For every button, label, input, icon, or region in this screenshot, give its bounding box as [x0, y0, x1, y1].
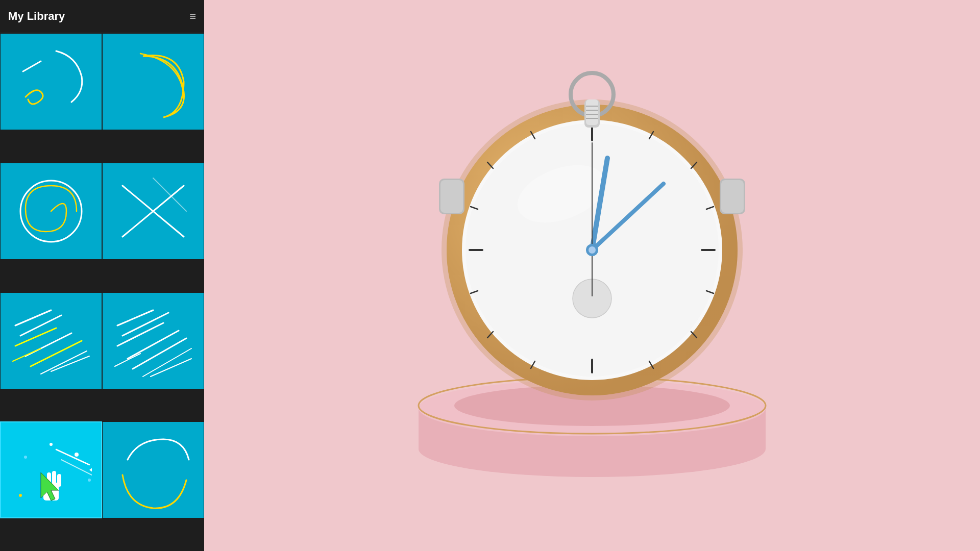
library-item-3[interactable]	[0, 163, 102, 260]
svg-point-24	[19, 494, 22, 497]
library-item-1[interactable]	[0, 33, 102, 130]
sidebar-title: My Library	[8, 10, 65, 23]
svg-line-16	[128, 331, 179, 359]
library-item-8[interactable]	[102, 421, 204, 518]
svg-rect-32	[57, 474, 61, 487]
svg-point-23	[24, 456, 27, 459]
svg-line-19	[115, 354, 140, 366]
sidebar-header: My Library ≡	[0, 0, 204, 33]
library-item-7[interactable]	[0, 421, 102, 518]
svg-line-20	[151, 359, 191, 377]
svg-rect-72	[586, 99, 598, 125]
svg-line-26	[56, 449, 89, 465]
svg-line-18	[143, 348, 191, 377]
svg-point-25	[88, 479, 91, 482]
svg-rect-78	[440, 180, 463, 213]
library-grid	[0, 33, 204, 551]
svg-line-27	[61, 460, 92, 475]
svg-point-69	[589, 246, 596, 254]
svg-rect-80	[721, 180, 744, 213]
library-item-6[interactable]	[102, 292, 204, 389]
svg-marker-28	[89, 467, 92, 472]
menu-icon[interactable]: ≡	[189, 10, 196, 23]
svg-point-21	[75, 453, 79, 457]
library-item-2[interactable]	[102, 33, 204, 130]
main-content	[204, 0, 980, 551]
svg-line-6	[20, 315, 61, 336]
svg-line-10	[41, 351, 87, 374]
svg-line-0	[23, 61, 41, 71]
sidebar: My Library ≡	[0, 0, 204, 551]
library-item-5[interactable]	[0, 292, 102, 389]
svg-line-12	[51, 356, 89, 371]
stopwatch-display	[204, 0, 980, 551]
library-item-4[interactable]	[102, 163, 204, 260]
svg-point-22	[50, 443, 53, 446]
svg-line-11	[13, 348, 41, 361]
